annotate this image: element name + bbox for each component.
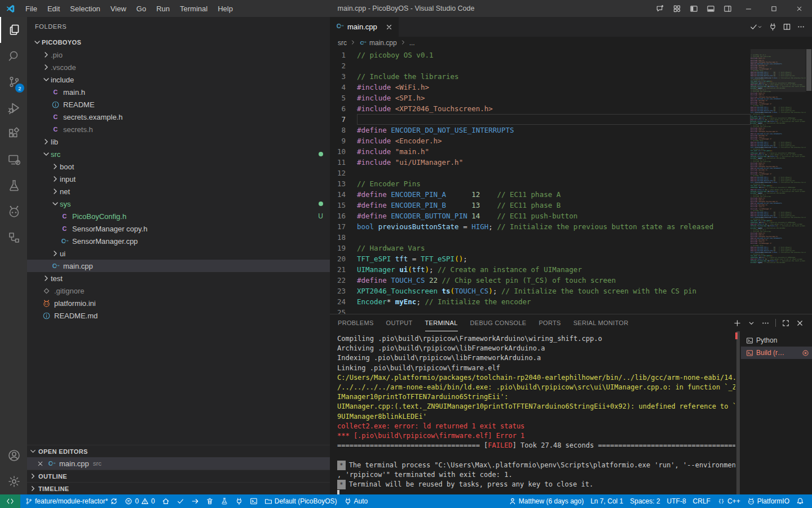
code-line-24[interactable]: 24Encoder* myEnc; // Initialize the enco… [330, 296, 751, 307]
tree-item-test[interactable]: test [27, 272, 330, 284]
breadcrumb-symbol[interactable]: ... [409, 39, 415, 47]
pio-port-selector[interactable]: Auto [341, 494, 372, 508]
notifications-bell[interactable] [793, 494, 807, 508]
maximize-panel-icon[interactable] [782, 319, 790, 327]
run-task-button[interactable] [749, 23, 763, 31]
editor-scrollbar[interactable] [806, 49, 812, 314]
language-mode[interactable]: {}C++ [714, 494, 744, 508]
tree-item-boot[interactable]: boot [27, 160, 330, 173]
tree-item-picoboyos[interactable]: PICOBOYOS [27, 36, 330, 49]
code-line-22[interactable]: 22#define TOUCH_CS 22 // Chip select pin… [330, 275, 751, 286]
timeline-section[interactable]: TIMELINE [27, 482, 330, 494]
code-line-17[interactable]: 17bool previousButtonState = HIGH; // In… [330, 221, 751, 232]
pio-test-button[interactable] [217, 494, 232, 508]
code-line-8[interactable]: 8#define ENCODER_DO_NOT_USE_INTERRUPTS [330, 125, 751, 135]
split-editor-icon[interactable] [783, 23, 791, 31]
code-line-12[interactable]: 12 [330, 168, 751, 178]
code-line-21[interactable]: 21UIManager ui(tft); // Create an instan… [330, 264, 751, 275]
pio-clean-button[interactable] [202, 494, 217, 508]
pio-build-button[interactable] [173, 494, 188, 508]
breadcrumb[interactable]: srcC++main.cpp... [330, 37, 812, 49]
code-line-23[interactable]: 23XPT2046_Touchscreen ts(TOUCH_CS); // I… [330, 286, 751, 296]
remote-indicator[interactable] [0, 494, 20, 508]
breadcrumb-folder[interactable]: src [338, 39, 347, 47]
toggle-sidebar-icon[interactable] [685, 0, 702, 17]
menu-go[interactable]: Go [131, 2, 151, 15]
terminal-instance-build-r-[interactable]: Build (r… [741, 347, 812, 359]
tree-item-src[interactable]: src [27, 148, 330, 160]
git-branch-status[interactable]: feature/module-refactor* [21, 494, 121, 508]
code-line-2[interactable]: 2 [330, 60, 751, 71]
minimap[interactable]: // picoboy OS v0.1// Include the librari… [751, 49, 806, 314]
pio-terminal-button[interactable] [246, 494, 261, 508]
tree-item-picoboyconfig-h[interactable]: CPicoBoyConfig.hU [27, 210, 330, 222]
code-line-20[interactable]: 20TFT_eSPI tft = TFT_eSPI(); [330, 253, 751, 264]
serial-monitor-icon[interactable] [769, 23, 777, 31]
menu-edit[interactable]: Edit [42, 2, 65, 15]
code-line-11[interactable]: 11#include "ui/UIManager.h" [330, 157, 751, 168]
code-line-13[interactable]: 13// Encoder Pins [330, 178, 751, 189]
tree-item-readme[interactable]: README [27, 98, 330, 111]
minimap-slider[interactable] [751, 49, 806, 92]
cursor-position[interactable]: Ln 7, Col 1 [587, 494, 626, 508]
breadcrumb-file[interactable]: main.cpp [369, 39, 397, 47]
menu-file[interactable]: File [20, 2, 42, 15]
tree-item-platformio-ini[interactable]: platformio.ini [27, 297, 330, 309]
open-editors-section[interactable]: OPEN EDITORS [27, 445, 330, 457]
panel-more-icon[interactable] [761, 319, 770, 327]
tree-item-ui[interactable]: ui [27, 247, 330, 260]
pio-env-selector[interactable]: Default (PicoBoyOS) [261, 494, 341, 508]
problems-status[interactable]: 00 [121, 494, 158, 508]
tab-main-cpp[interactable]: C++ main.cpp [330, 17, 399, 37]
close-icon[interactable] [35, 460, 45, 467]
code-line-4[interactable]: 4#include <WiFi.h> [330, 82, 751, 93]
code-line-9[interactable]: 9#include <Encoder.h> [330, 135, 751, 146]
code-line-6[interactable]: 6#include <XPT2046_Touchscreen.h> [330, 103, 751, 114]
panel-tab-serial-monitor[interactable]: SERIAL MONITOR [573, 314, 629, 331]
activity-references[interactable] [0, 225, 27, 251]
tree-item-net[interactable]: net [27, 185, 330, 198]
tree-item--pio[interactable]: .pio [27, 49, 330, 61]
encoding[interactable]: UTF-8 [664, 494, 690, 508]
pio-home-button[interactable] [158, 494, 173, 508]
code-editor[interactable]: 1// picoboy OS v0.123// Include the libr… [330, 49, 751, 314]
activity-settings[interactable] [0, 468, 27, 494]
tree-item-lib[interactable]: lib [27, 135, 330, 148]
outline-section[interactable]: OUTLINE [27, 470, 330, 482]
code-line-14[interactable]: 14#define ENCODER_PIN_A 12 // EC11 phase… [330, 189, 751, 200]
activity-accounts[interactable] [0, 443, 27, 468]
menu-run[interactable]: Run [151, 2, 175, 15]
activity-testing[interactable] [0, 173, 27, 199]
tree-item--vscode[interactable]: .vscode [27, 61, 330, 73]
activity-platformio[interactable] [0, 199, 27, 225]
indentation[interactable]: Spaces: 2 [626, 494, 663, 508]
tree-item-secrets-h[interactable]: Csecrets.h [27, 123, 330, 135]
tree-item-sensormanager-copy-h[interactable]: CSensorManager copy.h [27, 222, 330, 235]
code-line-5[interactable]: 5#include <SPI.h> [330, 93, 751, 103]
tree-item-secrets-example-h[interactable]: Csecrets.example.h [27, 111, 330, 123]
panel-tab-output[interactable]: OUTPUT [386, 314, 413, 331]
activity-explorer[interactable] [0, 17, 27, 43]
window-minimize-button[interactable] [736, 0, 761, 17]
tree-item-sensormanager-cpp[interactable]: C++SensorManager.cpp [27, 235, 330, 247]
code-line-10[interactable]: 10#include "main.h" [330, 146, 751, 157]
tree-item-input[interactable]: input [27, 173, 330, 185]
chat-icon[interactable] [651, 0, 668, 17]
menu-terminal[interactable]: Terminal [175, 2, 213, 15]
code-line-18[interactable]: 18 [330, 232, 751, 243]
window-close-button[interactable] [787, 0, 812, 17]
activity-search[interactable] [0, 43, 27, 69]
code-line-1[interactable]: 1// picoboy OS v0.1 [330, 50, 751, 60]
open-editor-item[interactable]: C++ main.cpp src [27, 457, 330, 470]
menu-selection[interactable]: Selection [65, 2, 105, 15]
terminal-scrollbar[interactable] [735, 331, 741, 494]
tree-item-include[interactable]: include [27, 73, 330, 86]
tree-item--gitignore[interactable]: .gitignore [27, 284, 330, 297]
code-line-7[interactable]: 7 [330, 114, 751, 125]
close-panel-icon[interactable] [796, 319, 804, 327]
panel-tab-terminal[interactable]: TERMINAL [425, 314, 458, 331]
activity-extensions[interactable] [0, 121, 27, 147]
panel-tab-debug-console[interactable]: DEBUG CONSOLE [470, 314, 527, 331]
terminal-output[interactable]: Compiling .pio\build\rpipicow\FrameworkA… [330, 331, 735, 494]
terminal-dropdown-icon[interactable] [747, 319, 756, 327]
